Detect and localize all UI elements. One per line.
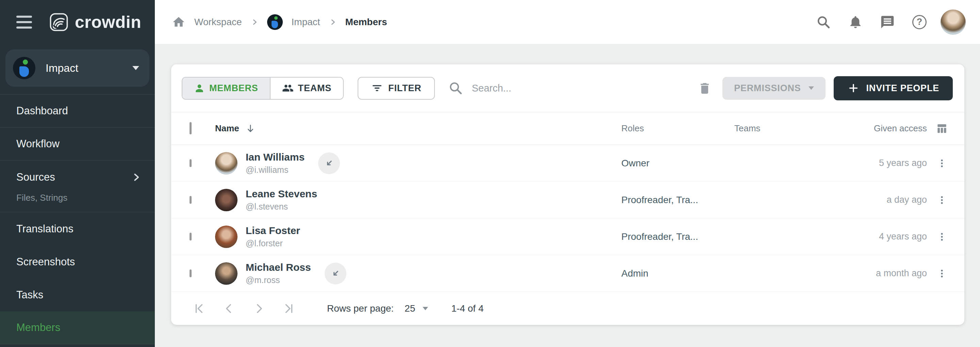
home-icon[interactable] (172, 15, 185, 29)
row-menu-kebab-icon[interactable] (935, 266, 949, 281)
main-content: MEMBERS TEAMS FILTER (155, 44, 980, 347)
chevron-down-icon (132, 66, 139, 70)
column-header-teams: Teams (734, 123, 846, 134)
crowdin-logo[interactable]: crowdin (50, 12, 141, 32)
previous-page-icon[interactable] (221, 301, 237, 317)
members-teams-tabs: MEMBERS TEAMS (182, 77, 344, 100)
filter-button-label: FILTER (388, 83, 421, 94)
member-handle: @l.stevens (246, 202, 317, 212)
member-name[interactable]: Leane Stevens (246, 188, 317, 200)
crowdin-bird-icon (50, 13, 68, 31)
tab-teams[interactable]: TEAMS (270, 78, 343, 99)
member-avatar (215, 189, 237, 211)
sidebar-item-screenshots[interactable]: Screenshots (0, 245, 155, 278)
crowdin-app: crowdin Impact Dashboard Workflow Source… (0, 0, 980, 347)
user-avatar[interactable] (940, 10, 966, 35)
project-selector[interactable]: Impact (5, 49, 150, 87)
invite-people-label: INVITE PEOPLE (866, 83, 939, 94)
filter-icon (371, 82, 383, 94)
table-header: Name Roles Teams Given access (171, 112, 964, 145)
select-all-checkbox[interactable] (189, 122, 192, 134)
sign-in-as-icon[interactable] (318, 153, 340, 174)
chevron-down-icon (423, 307, 428, 310)
row-menu-kebab-icon[interactable] (935, 156, 949, 170)
row-checkbox[interactable] (189, 196, 192, 204)
member-avatar (215, 152, 237, 175)
permissions-button[interactable]: PERMISSIONS (722, 77, 825, 100)
tab-members[interactable]: MEMBERS (182, 78, 270, 99)
sidebar-item-translations[interactable]: Translations (0, 212, 155, 245)
member-avatar (215, 226, 237, 248)
filter-button[interactable]: FILTER (358, 77, 435, 100)
row-checkbox[interactable] (189, 159, 192, 167)
members-card: MEMBERS TEAMS FILTER (171, 64, 964, 325)
delete-trash-icon[interactable] (697, 81, 712, 96)
sidebar-item-sources-label: Sources (16, 171, 131, 183)
tab-teams-label: TEAMS (298, 83, 332, 94)
help-icon[interactable]: ? (910, 13, 929, 32)
sidebar-item-members[interactable]: Members (0, 311, 155, 344)
pagination-bar: Rows per page: 25 1-4 of 4 (171, 292, 964, 325)
table-row: Leane Stevens @l.stevens Proofreader, Tr… (171, 181, 964, 218)
invite-people-button[interactable]: INVITE PEOPLE (834, 76, 953, 100)
permissions-button-label: PERMISSIONS (734, 83, 801, 94)
search-box (449, 81, 697, 95)
sort-descending-icon (245, 124, 256, 134)
members-toolbar: MEMBERS TEAMS FILTER (171, 64, 964, 112)
breadcrumb-workspace[interactable]: Workspace (194, 17, 242, 27)
chevron-down-icon (808, 86, 814, 90)
messages-chat-icon[interactable] (878, 13, 897, 32)
sidebar-item-sources-sub: Files, Strings (16, 193, 141, 203)
rows-per-page-select[interactable]: 25 (402, 303, 430, 314)
brand-name: crowdin (75, 12, 141, 32)
row-menu-kebab-icon[interactable] (935, 230, 949, 244)
column-header-roles: Roles (621, 123, 734, 134)
sidebar-item-dashboard[interactable]: Dashboard (0, 95, 155, 127)
member-name[interactable]: Ian Williams (246, 151, 305, 163)
last-page-icon[interactable] (281, 301, 297, 317)
person-icon (194, 83, 205, 94)
pagination-range: 1-4 of 4 (451, 303, 484, 314)
member-avatar (215, 262, 237, 285)
breadcrumb-separator-icon (329, 18, 337, 26)
hamburger-menu-icon[interactable] (16, 16, 32, 29)
column-header-name[interactable]: Name (215, 123, 256, 134)
member-name[interactable]: Lisa Foster (246, 225, 300, 236)
tab-members-label: MEMBERS (209, 83, 258, 94)
notifications-bell-icon[interactable] (846, 13, 865, 32)
sidebar-item-tasks[interactable]: Tasks (0, 278, 155, 311)
sidebar-item-sources[interactable]: Sources Files, Strings (0, 161, 155, 212)
project-name: Impact (46, 62, 122, 75)
first-page-icon[interactable] (191, 301, 207, 317)
topbar: Workspace Impact Members (155, 0, 980, 44)
sidebar-item-workflow[interactable]: Workflow (0, 127, 155, 161)
breadcrumb-members: Members (345, 17, 387, 27)
plus-icon (847, 82, 859, 94)
chevron-right-icon (131, 172, 141, 182)
rows-per-page-value: 25 (404, 303, 415, 314)
member-roles: Owner (621, 158, 734, 169)
member-name[interactable]: Michael Ross (246, 262, 311, 273)
member-given-access: 5 years ago (846, 158, 932, 169)
breadcrumb-project[interactable]: Impact (292, 17, 320, 27)
next-page-icon[interactable] (251, 301, 267, 317)
member-roles: Proofreader, Tra... (621, 231, 734, 242)
row-checkbox[interactable] (189, 269, 192, 277)
row-checkbox[interactable] (189, 233, 192, 240)
sign-in-as-icon[interactable] (325, 263, 347, 284)
table-row: Ian Williams @i.williams Owner 5 years a… (171, 145, 964, 181)
member-given-access: 4 years ago (846, 231, 932, 242)
member-roles: Proofreader, Tra... (621, 194, 734, 205)
sidebar-nav: Dashboard Workflow Sources Files, String… (0, 95, 155, 344)
member-handle: @l.forster (246, 239, 300, 248)
sidebar-header: crowdin (0, 0, 155, 44)
columns-settings-icon[interactable] (933, 120, 950, 137)
member-handle: @m.ross (246, 275, 311, 285)
search-icon[interactable] (814, 13, 833, 32)
breadcrumb-separator-icon (251, 18, 258, 26)
project-selector-zone: Impact (0, 44, 155, 95)
member-given-access: a month ago (846, 268, 932, 279)
search-input[interactable] (471, 82, 697, 94)
topbar-actions: ? (801, 10, 966, 35)
row-menu-kebab-icon[interactable] (935, 193, 949, 207)
